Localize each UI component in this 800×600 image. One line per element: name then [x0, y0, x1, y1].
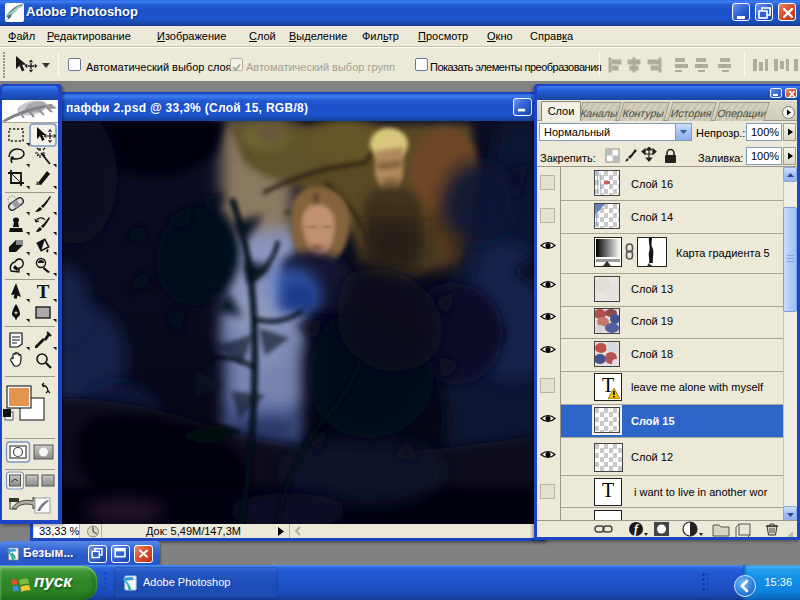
svg-text:T: T [37, 281, 50, 302]
